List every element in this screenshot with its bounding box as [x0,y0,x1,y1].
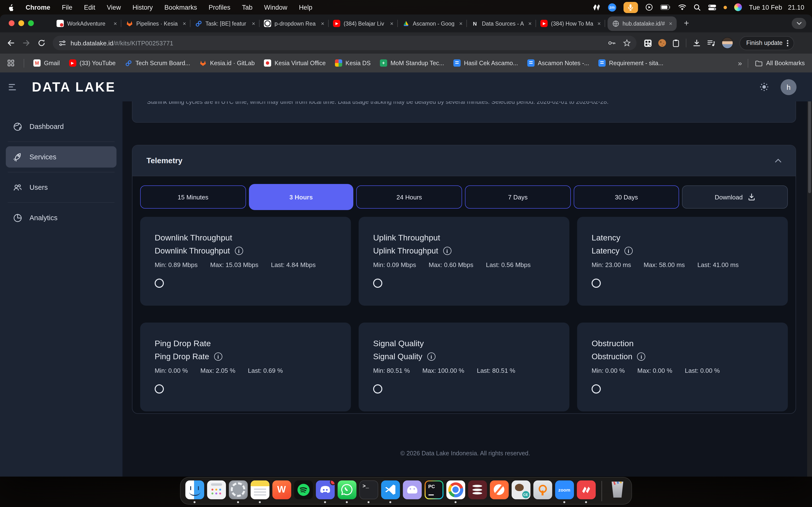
bookmark-hasil-cek[interactable]: Hasil Cek Ascamo... [453,59,518,67]
forward-button[interactable] [22,39,31,47]
tab-task[interactable]: Task: [BE] featur × [191,14,260,32]
postman-dock-icon[interactable] [489,478,509,503]
bookmark-ascamon-notes[interactable]: Ascamon Notes -... [527,59,589,67]
media-controls-icon[interactable] [707,39,715,47]
theme-toggle-sun-icon[interactable] [759,82,769,92]
notes-dock-icon[interactable] [250,478,269,503]
info-icon[interactable]: i [427,352,436,361]
bookmark-mom-standup[interactable]: +MoM Standup Tec... [380,59,444,67]
address-bar[interactable]: hub.datalake.id/#/kits/KITP00253771 [53,36,637,50]
bookmark-kesia-virtual-office[interactable]: Kesia Virtual Office [264,59,326,67]
tab-close-icon[interactable]: × [528,20,532,26]
all-bookmarks-button[interactable]: All Bookmarks [755,60,805,66]
apple-menu-icon[interactable] [8,4,14,11]
info-icon[interactable]: i [624,247,633,255]
browser-menu-icon[interactable] [787,40,788,46]
menu-history[interactable]: History [133,4,153,11]
vscode-dock-icon[interactable] [380,478,400,503]
tab-workadventure[interactable]: WorkAdventure × [52,14,121,32]
tab-search-button[interactable] [792,18,806,29]
trash-dock-icon[interactable] [608,478,627,503]
menu-window[interactable]: Window [264,4,287,11]
dbeaver-dock-icon[interactable]: CE [511,478,530,503]
bookmark-gmail[interactable]: MGmail [33,59,60,67]
bookmark-gitlab[interactable]: Kesia.id · GitLab [199,59,255,67]
profile-avatar[interactable] [722,37,733,49]
menu-edit[interactable]: Edit [84,4,95,11]
back-button[interactable] [7,39,15,47]
clipboard-extension-icon[interactable] [672,39,679,47]
tab-gitlab-pipelines[interactable]: Pipelines · Kesia × [121,14,191,32]
minimize-window-button[interactable] [18,20,24,26]
page-scrollbar[interactable] [807,72,812,476]
bookmarks-overflow-icon[interactable]: » [738,59,741,67]
bookmark-star-icon[interactable] [623,39,631,47]
fullscreen-window-button[interactable] [28,20,34,26]
user-avatar[interactable]: h [780,79,797,95]
bookmark-requirement[interactable]: Requirement - sita... [598,59,663,67]
tab-close-icon[interactable]: × [459,20,463,26]
url-text[interactable]: hub.datalake.id/#/kits/KITP00253771 [70,39,173,47]
chrome-dock-icon[interactable] [446,478,465,503]
discord-dock-icon[interactable] [315,478,335,503]
pycharm-dock-icon[interactable]: PC [424,478,444,503]
collapse-chevron-icon[interactable] [775,158,781,163]
wps-office-dock-icon[interactable]: W [272,478,291,503]
download-button[interactable]: Download [682,185,788,209]
range-7-days-button[interactable]: 7 Days [465,185,570,209]
site-settings-icon[interactable] [58,39,66,47]
apps-grid-icon[interactable] [7,59,14,67]
microphone-icon[interactable] [623,2,638,13]
zoom-dock-icon[interactable]: zoom [555,478,574,503]
sidebar-item-services[interactable]: Services [6,146,116,168]
qr-extension-icon[interactable] [644,39,652,47]
terminal-dock-icon[interactable]: >_ [359,478,378,503]
tab-data-sources[interactable]: N Data Sources - A × [467,14,536,32]
bookmark-tech-scrum-board[interactable]: Tech Scrum Board... [125,59,191,67]
downloads-icon[interactable] [693,39,701,47]
control-center-icon[interactable] [708,4,716,10]
openvpn-dock-icon[interactable] [533,478,552,503]
sidebar-item-analytics[interactable]: Analytics [6,207,116,228]
info-icon[interactable]: i [443,247,451,255]
sidebar-toggle-icon[interactable] [9,84,18,90]
phantom-dock-icon[interactable] [402,478,422,503]
range-15-minutes-button[interactable]: 15 Minutes [140,185,246,209]
tab-youtube-1[interactable]: (384) Belajar Liv × [329,14,398,32]
finder-dock-icon[interactable] [185,478,204,503]
reload-button[interactable] [38,39,45,47]
tab-close-icon[interactable]: × [390,20,394,26]
tab-close-icon[interactable]: × [183,20,186,26]
tab-close-icon[interactable]: × [252,20,255,26]
tab-close-icon[interactable]: × [321,20,324,26]
cookie-extension-icon[interactable] [658,39,666,47]
info-icon[interactable]: i [637,352,646,361]
bookmark-kesia-ds[interactable]: Kesia DS [335,59,371,67]
siri-icon[interactable] [734,3,742,11]
menu-bar-clock[interactable]: Tue 10 Feb21.10 [749,4,804,11]
shapes-icon[interactable] [592,4,601,11]
menu-help[interactable]: Help [299,4,312,11]
menu-bookmarks[interactable]: Bookmarks [164,4,197,11]
diamond-app-dock-icon[interactable] [576,478,596,503]
tab-close-icon[interactable]: × [669,20,672,26]
password-key-icon[interactable] [608,39,616,47]
tab-google-drive[interactable]: Ascamon - Goog × [398,14,467,32]
zoom-app-icon[interactable]: zm [608,3,616,11]
close-window-button[interactable] [9,20,14,26]
menu-profiles[interactable]: Profiles [209,4,230,11]
spotlight-icon[interactable] [693,4,701,11]
menu-tab[interactable]: Tab [242,4,253,11]
range-30-days-button[interactable]: 30 Days [573,185,679,209]
info-icon[interactable]: i [214,352,222,361]
menu-view[interactable]: View [107,4,121,11]
sidebar-item-dashboard[interactable]: Dashboard [6,116,116,137]
range-24-hours-button[interactable]: 24 Hours [356,185,462,209]
tab-close-icon[interactable]: × [114,20,117,26]
database-client-dock-icon[interactable] [468,478,487,503]
bookmark-youtube[interactable]: (33) YouTube [69,59,115,67]
spotify-dock-icon[interactable] [294,478,313,503]
telemetry-header[interactable]: Telemetry [133,145,796,176]
sidebar-item-users[interactable]: Users [6,177,116,198]
whatsapp-dock-icon[interactable] [337,478,356,503]
